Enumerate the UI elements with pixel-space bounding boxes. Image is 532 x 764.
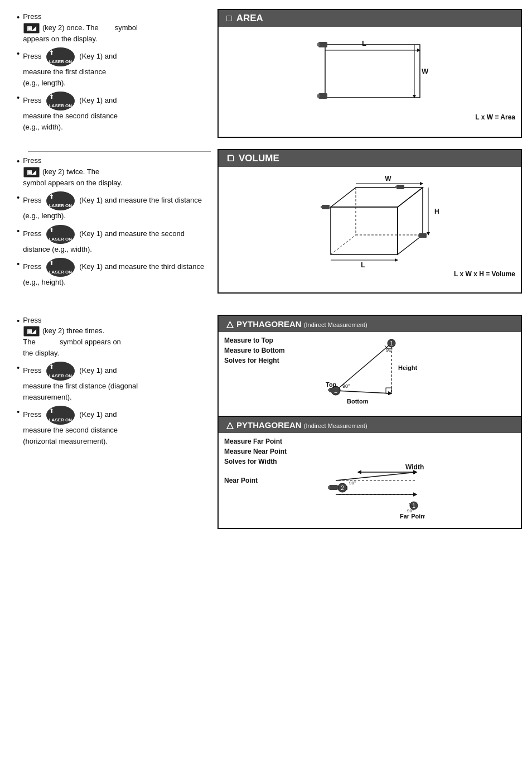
bullet-2: • [17, 47, 20, 59]
svg-rect-22 [395, 186, 397, 188]
volume-panel-header: ⧠ VOLUME [219, 150, 521, 167]
svg-marker-11 [398, 188, 423, 254]
volume-header-label: VOLUME [239, 153, 279, 164]
pyth1-info: Measure to Top Measure to Bottom Solves … [219, 332, 313, 416]
pyth-instr-3-text: Press ⬆LASER ON (Key 1) and measure the … [23, 406, 211, 446]
svg-rect-54 [329, 485, 338, 490]
section-divider-1 [28, 151, 211, 152]
area-instr-1-text: Press ▣◢ (key 2) once. The symbol appear… [23, 11, 211, 44]
laser-key-vol-2: ⬆LASER ON [46, 225, 75, 244]
pyth-bullet-3: • [17, 406, 20, 417]
vol-instr-2-text: Press ⬆LASER ON (Key 1) and measure the … [23, 191, 211, 222]
vol-instr-4-text: Press ⬆LASER ON (Key 1) and measure the … [23, 258, 211, 288]
svg-text:Height: Height [398, 364, 418, 371]
laser-key-pyth-1: ⬆LASER ON [46, 362, 75, 381]
spacer-pyth [6, 301, 526, 311]
svg-text:H: H [434, 208, 439, 215]
key2-icon-pyth: ▣◢ [23, 326, 40, 337]
svg-text:2: 2 [341, 485, 344, 491]
vol-bullet-3: • [17, 225, 20, 237]
area-instr-1-cont: appears on the display. [23, 35, 97, 43]
vol-instr-3-text: Press ⬆LASER ON (Key 1) and measure the … [23, 225, 211, 255]
vol-instr-1: • Press ▣◢ (key 2) twice. The symbol app… [17, 155, 211, 188]
svg-text:Far Point: Far Point [400, 513, 425, 520]
svg-rect-30 [386, 388, 391, 393]
svg-text:Bottom: Bottom [347, 398, 369, 405]
vol-instr-3: • Press ⬆LASER ON (Key 1) and measure th… [17, 225, 211, 255]
svg-text:W: W [385, 175, 391, 182]
svg-rect-26 [418, 234, 419, 237]
volume-header-icon: ⧠ [226, 154, 234, 163]
vol-bullet-4: • [17, 258, 20, 270]
pyth1-info-line1: Measure to Top [224, 335, 308, 345]
area-diagram-panel: □ AREA L W [217, 9, 522, 138]
pyth2-body: Measure Far Point Measure Near Point Sol… [219, 433, 521, 528]
pyth1-info-line3: Solves for Height [224, 355, 308, 366]
pyth1-sub-header: (Indirect Measurement) [304, 321, 367, 328]
area-instructions: • Press ▣◢ (key 2) once. The symbol appe… [6, 6, 217, 141]
svg-rect-38 [329, 388, 337, 392]
svg-rect-24 [321, 206, 322, 208]
pyth-instr-2: • Press ⬆LASER ON (Key 1) and measure th… [17, 362, 211, 402]
pyth2-info-line1: Measure Far Point [224, 436, 308, 446]
pyth-instr-1: • Press ▣◢ (key 2) three times. The symb… [17, 315, 211, 359]
area-instr-3: • Press ⬆LASER ON (Key 1) and measure th… [17, 92, 211, 132]
svg-text:Top: Top [326, 381, 337, 388]
svg-text:90°: 90° [349, 480, 356, 486]
area-instr-2-text: Press ⬆LASER ON (Key 1) and measure the … [23, 47, 211, 88]
area-header-label: AREA [236, 13, 263, 24]
svg-text:W: W [422, 67, 429, 75]
area-diagram: L W L x W = Area [219, 27, 521, 124]
laser-key-pyth-2: ⬆LASER ON [46, 406, 75, 425]
volume-diagram: W L H L x [219, 167, 521, 281]
key2-icon-vol: ▣◢ [23, 167, 40, 177]
pyth-instructions: • Press ▣◢ (key 2) three times. The symb… [6, 311, 217, 532]
volume-section: • Press ▣◢ (key 2) twice. The symbol app… [6, 146, 526, 297]
pyth2-title: PYTHAGOREAN (Indirect Measurement) [236, 420, 367, 430]
pyth2-svg: Width 2 1 [319, 439, 425, 522]
svg-text:L: L [362, 39, 366, 47]
pyth1-info-line2: Measure to Bottom [224, 345, 308, 355]
area-diagram-label: L x W = Area [475, 113, 515, 121]
area-panel-header: □ AREA [219, 10, 521, 27]
vol-bullet-1: • [17, 155, 20, 167]
svg-line-29 [336, 391, 391, 393]
pyth1-header: △ PYTHAGOREAN (Indirect Measurement) [219, 316, 521, 332]
svg-rect-25 [419, 233, 427, 238]
area-instr-3-text: Press ⬆LASER ON (Key 1) and measure the … [23, 92, 211, 132]
pyth-instr-3: • Press ⬆LASER ON (Key 1) and measure th… [17, 406, 211, 446]
page: • Press ▣◢ (key 2) once. The symbol appe… [0, 0, 532, 764]
svg-rect-7 [318, 93, 327, 99]
pyth2-info: Measure Far Point Measure Near Point Sol… [219, 433, 313, 528]
vol-instr-4: • Press ⬆LASER ON (Key 1) and measure th… [17, 258, 211, 288]
area-instr-2: • Press ⬆LASER ON (Key 1) and measure th… [17, 47, 211, 88]
vol-instr-1-text: Press ▣◢ (key 2) twice. The symbol appea… [23, 155, 211, 188]
pyth2-sub-header: (Indirect Measurement) [304, 422, 367, 429]
svg-rect-6 [317, 43, 320, 46]
pyth1-svg: Height 2 1 Top Bottom [319, 338, 425, 410]
laser-key-2: ⬆LASER ON [46, 92, 75, 110]
pyth-bullet-1: • [17, 315, 20, 326]
pyth2-panel: △ PYTHAGOREAN (Indirect Measurement) Mea… [217, 417, 522, 529]
pyth2-diagram: Width 2 1 [313, 433, 521, 528]
svg-rect-23 [322, 205, 330, 209]
laser-key-vol-3: ⬆LASER ON [46, 258, 75, 277]
pyth1-panel: △ PYTHAGOREAN (Indirect Measurement) Mea… [217, 315, 522, 417]
svg-text:Width: Width [405, 463, 424, 471]
area-svg: L W [297, 33, 442, 120]
pyth2-near-label-container: Near Point [224, 475, 308, 486]
pyth2-info-line3: Solves for Width [224, 457, 308, 467]
volume-diagram-label: L x W x H = Volume [454, 270, 515, 278]
laser-key-1: ⬆LASER ON [46, 47, 75, 66]
pyth2-near-label: Near Point [224, 477, 258, 484]
bullet-1: • [17, 11, 20, 23]
svg-text:1: 1 [390, 340, 393, 347]
pyth1-diagram: Height 2 1 Top Bottom [313, 332, 521, 416]
bullet-3: • [17, 92, 20, 103]
pyth1-icon: △ [226, 319, 233, 329]
area-instr-1-after: (key 2) once. The symbol [42, 23, 138, 32]
pyth2-info-line2: Measure Near Point [224, 446, 308, 457]
area-instr-1: • Press ▣◢ (key 2) once. The symbol appe… [17, 11, 211, 44]
svg-line-46 [336, 472, 417, 480]
pyth1-title: PYTHAGOREAN (Indirect Measurement) [236, 319, 367, 329]
